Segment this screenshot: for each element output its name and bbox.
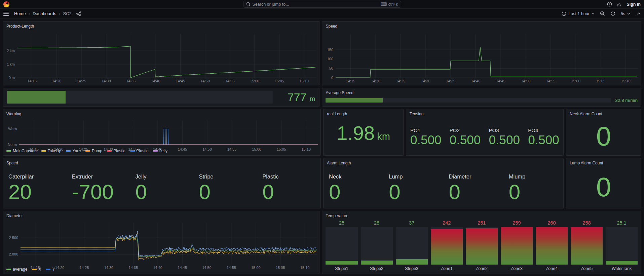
speed-stat-jelly: Jelly0 xyxy=(130,168,194,208)
stat-value: -700 xyxy=(72,181,130,202)
temp-gauge-zone3: 259Zone3 xyxy=(501,220,533,272)
panel-average-speed: Average Speed 32.8 m/min xyxy=(322,88,641,107)
temp-gauge-stripe3: 37Stripe3 xyxy=(396,220,428,272)
diameter-chart[interactable]: 14:1514:2014:2514:3014:3514:4014:4514:50… xyxy=(3,220,319,266)
chevron-down-icon xyxy=(592,13,595,15)
stat-label: Plastic xyxy=(262,173,320,180)
temp-label: Stripe2 xyxy=(361,266,393,272)
svg-text:15:10: 15:10 xyxy=(300,266,310,270)
zoom-out-icon[interactable] xyxy=(600,11,605,16)
product-length-chart[interactable]: 14:1514:2014:2514:3014:3514:4014:4514:50… xyxy=(3,30,319,85)
temp-bar-fill xyxy=(571,227,603,265)
svg-text:14:30: 14:30 xyxy=(104,266,114,270)
panel-tension: Tension PO10.500PO20.500PO30.500PO40.500 xyxy=(406,109,564,156)
panel-speed-stats: Speed Caterpillar20Extruder-700Jelly0Str… xyxy=(3,158,321,208)
temp-label: Zone4 xyxy=(536,266,568,272)
svg-text:14:40: 14:40 xyxy=(153,266,162,270)
average-speed-value: 32.8 m/min xyxy=(615,98,638,103)
svg-text:14:25: 14:25 xyxy=(79,147,88,151)
breadcrumb-home[interactable]: Home xyxy=(14,11,26,16)
temp-bar-track xyxy=(431,227,463,265)
real-length-stat: 1.98 km xyxy=(324,118,403,155)
svg-text:2.000: 2.000 xyxy=(9,252,18,256)
svg-text:14:25: 14:25 xyxy=(80,266,89,270)
collapse-toolbar-icon[interactable] xyxy=(637,12,641,15)
series-speed xyxy=(336,47,637,77)
svg-text:14:15: 14:15 xyxy=(27,79,37,83)
grafana-logo-icon[interactable] xyxy=(3,1,9,7)
stat-label: PO1 xyxy=(410,127,446,133)
warning-chart[interactable]: 14:1514:2014:2514:3014:3514:4014:4514:50… xyxy=(3,118,320,148)
svg-text:15:10: 15:10 xyxy=(621,79,631,83)
temp-bar-track xyxy=(396,227,428,265)
svg-text:14:40: 14:40 xyxy=(151,79,160,83)
svg-text:15:10: 15:10 xyxy=(301,147,311,151)
svg-text:14:45: 14:45 xyxy=(496,79,506,83)
keyboard-icon: ⌨ xyxy=(381,2,387,7)
svg-text:2.500: 2.500 xyxy=(9,235,18,239)
alarm-length-stats: Neck0Lump0Diameter0Mlump0 xyxy=(324,167,563,208)
svg-text:14:50: 14:50 xyxy=(202,266,212,270)
refresh-icon[interactable] xyxy=(610,11,615,16)
temp-value: 251 xyxy=(466,220,498,227)
real-length-value: 1.98 xyxy=(337,118,375,149)
svg-text:15:00: 15:00 xyxy=(250,79,259,83)
search-input[interactable]: Search or jump to... ⌨ctrl+k xyxy=(243,1,401,8)
real-length-unit: km xyxy=(377,131,390,142)
dashboard-canvas: Product-Length 14:1514:2014:2514:3014:35… xyxy=(0,19,644,276)
stat-value: 20 xyxy=(8,181,67,202)
refresh-interval-picker[interactable]: 5s xyxy=(621,11,630,16)
series-length xyxy=(17,46,315,77)
stat-label: PO3 xyxy=(489,127,524,133)
panel-title: Speed xyxy=(3,158,320,167)
temp-gauge-stripe1: 25Stripe1 xyxy=(326,220,357,272)
tension-stat-po1: PO10.500 xyxy=(406,119,446,155)
tension-stats: PO10.500PO20.500PO30.500PO40.500 xyxy=(406,118,563,155)
temp-label: Zone2 xyxy=(466,266,498,272)
stat-label: Jelly xyxy=(136,173,194,180)
temp-bar-fill xyxy=(396,259,428,265)
temp-bar-track xyxy=(326,227,357,265)
stat-value: 0 xyxy=(389,181,443,202)
temp-value: 25.1 xyxy=(606,220,638,227)
help-icon[interactable]: ? xyxy=(607,2,612,7)
svg-text:14:30: 14:30 xyxy=(104,147,113,151)
breadcrumb-current[interactable]: SC2 xyxy=(63,11,71,16)
svg-text:14:35: 14:35 xyxy=(126,79,136,83)
stat-label: PO2 xyxy=(450,127,485,133)
time-range-picker[interactable]: Last 1 hour xyxy=(562,11,595,16)
temp-label: Zone3 xyxy=(501,266,533,272)
svg-text:15:05: 15:05 xyxy=(276,266,285,270)
svg-text:14:35: 14:35 xyxy=(128,147,138,151)
average-speed-bar-gauge xyxy=(326,98,611,103)
temp-gauge-watertank: 25.1WaterTank xyxy=(606,220,638,272)
alarm-length-stat-neck: Neck0 xyxy=(324,168,383,208)
panel-title: Average Speed xyxy=(322,88,641,96)
svg-text:0 m: 0 m xyxy=(9,75,15,79)
svg-text:14:35: 14:35 xyxy=(446,79,456,83)
share-icon[interactable] xyxy=(76,11,81,16)
sign-in-button[interactable]: Sign in xyxy=(627,2,641,7)
stat-label: Caterpillar xyxy=(8,173,67,180)
panel-warning: Warning 14:1514:2014:2514:3014:3514:4014… xyxy=(3,109,321,156)
temp-bar-track xyxy=(361,227,393,265)
news-rss-icon[interactable] xyxy=(617,2,622,7)
temp-label: Zone5 xyxy=(571,266,603,272)
breadcrumb-dashboards[interactable]: Dashboards xyxy=(33,11,56,16)
series-x xyxy=(21,232,317,260)
svg-text:14:20: 14:20 xyxy=(54,147,64,151)
svg-text:14:55: 14:55 xyxy=(227,266,236,270)
temp-value: 258 xyxy=(571,220,603,227)
stat-value: 0 xyxy=(199,181,257,202)
svg-text:15:00: 15:00 xyxy=(251,266,261,270)
alarm-length-stat-mlump: Mlump0 xyxy=(503,168,563,208)
temp-bar-fill xyxy=(536,227,568,265)
svg-text:14:30: 14:30 xyxy=(102,79,111,83)
speed-chart[interactable]: 14:1514:2014:2514:3014:3514:4014:4514:50… xyxy=(322,30,641,85)
svg-text:14:30: 14:30 xyxy=(421,79,430,83)
menu-hamburger-icon[interactable] xyxy=(3,12,9,16)
svg-text:14:35: 14:35 xyxy=(129,266,138,270)
svg-text:14:40: 14:40 xyxy=(153,147,162,151)
panel-lump-alarm-count: Lump Alarm Count 0 xyxy=(566,158,641,208)
length-bar-fill xyxy=(7,91,66,104)
